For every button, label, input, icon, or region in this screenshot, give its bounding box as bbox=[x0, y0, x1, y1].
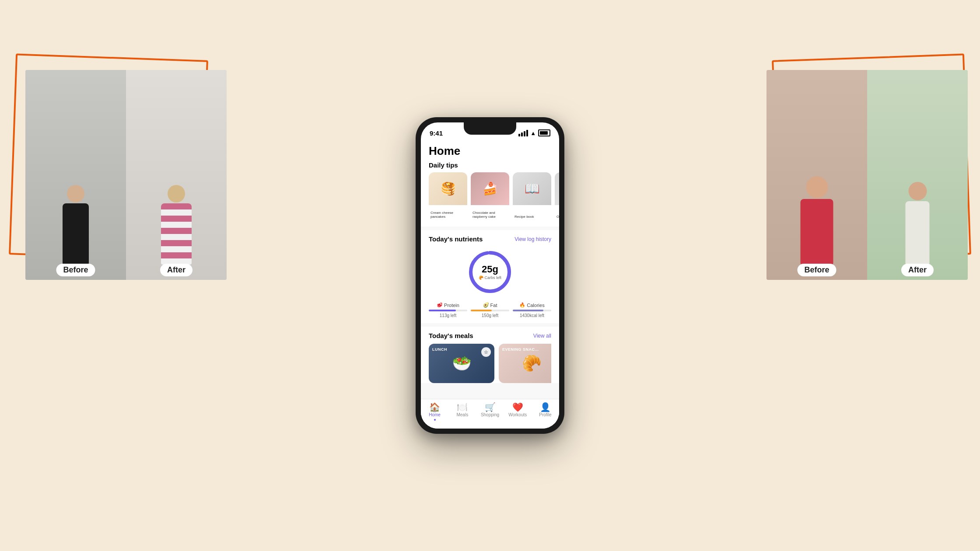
meals-nav-icon: 🍽️ bbox=[457, 403, 468, 412]
right-after-label: After bbox=[901, 264, 934, 276]
protein-bar-fill bbox=[429, 310, 456, 311]
tip-label-2: Chocolate and raspberry cake bbox=[471, 209, 509, 220]
carbs-donut-chart: 25g 🥐 Carbs left bbox=[466, 248, 514, 296]
calories-name: 🔥 Calories bbox=[513, 302, 551, 308]
meal-star-1[interactable]: ☆ bbox=[481, 347, 491, 357]
nav-home[interactable]: 🏠 Home bbox=[421, 403, 448, 422]
app-title: Home bbox=[429, 144, 551, 158]
nav-meals[interactable]: 🍽️ Meals bbox=[448, 403, 476, 422]
app-header: Home bbox=[421, 141, 559, 161]
workouts-nav-label: Workouts bbox=[508, 412, 527, 417]
nav-workouts[interactable]: ❤️ Workouts bbox=[504, 403, 532, 422]
protein-name: 🥩 Protein bbox=[429, 302, 467, 308]
meals-scroll[interactable]: 🥗 LUNCH ☆ 🥐 EVENING SNAC... bbox=[429, 344, 551, 383]
nutrient-bars: 🥩 Protein 113g left 🥑 Fat bbox=[429, 302, 551, 318]
meals-section: Today's meals View all 🥗 LUNCH ☆ 🥐 EVENI… bbox=[421, 327, 559, 383]
fat-bar-fill bbox=[471, 310, 492, 311]
fat-amount: 150g left bbox=[471, 313, 509, 318]
status-icons: ▲ bbox=[518, 129, 550, 136]
shopping-nav-icon: 🛒 bbox=[485, 403, 496, 412]
nutrients-header: Today's nutrients View log history bbox=[429, 235, 551, 243]
left-photo-card: Before After bbox=[25, 70, 227, 280]
fat-nutrient: 🥑 Fat 150g left bbox=[471, 302, 509, 318]
battery-icon bbox=[538, 129, 550, 136]
tip-label-4: Oatmeal bbox=[555, 213, 559, 220]
nav-profile[interactable]: 👤 Profile bbox=[532, 403, 559, 422]
tips-scroll[interactable]: 🥞 Cream cheese pancakes 🍰 Chocolate and … bbox=[421, 172, 559, 220]
meals-header: Today's meals View all bbox=[429, 332, 551, 339]
status-time: 9:41 bbox=[430, 129, 443, 137]
meals-title: Today's meals bbox=[429, 332, 473, 339]
fat-bar-bg bbox=[471, 310, 509, 311]
home-active-indicator bbox=[434, 419, 436, 421]
protein-icon: 🥩 bbox=[437, 302, 443, 308]
left-after-label: After bbox=[160, 264, 192, 276]
phone-screen: 9:41 ▲ Home bbox=[421, 122, 559, 429]
workouts-nav-icon: ❤️ bbox=[512, 403, 523, 412]
view-all-link[interactable]: View all bbox=[533, 333, 551, 339]
donut-container: 25g 🥐 Carbs left bbox=[429, 248, 551, 296]
meal-card-2[interactable]: 🥐 EVENING SNAC... bbox=[499, 344, 551, 383]
right-before-label: Before bbox=[797, 264, 836, 276]
home-nav-icon: 🏠 bbox=[429, 403, 440, 412]
bottom-nav: 🏠 Home 🍽️ Meals 🛒 Shopping ❤️ Work bbox=[421, 399, 559, 429]
signal-icon bbox=[518, 130, 528, 136]
meal-card-1[interactable]: 🥗 LUNCH ☆ bbox=[429, 344, 494, 383]
phone-notch bbox=[464, 122, 516, 135]
left-before-panel: Before bbox=[25, 70, 126, 280]
nutrients-section: Today's nutrients View log history 25g bbox=[421, 230, 559, 323]
calories-amount: 1430kcal left bbox=[513, 313, 551, 318]
left-before-person bbox=[63, 185, 89, 265]
right-before-person bbox=[801, 176, 833, 265]
calories-bar-bg bbox=[513, 310, 551, 311]
tip-card-2[interactable]: 🍰 Chocolate and raspberry cake bbox=[471, 172, 509, 220]
right-photo-card: Before After bbox=[766, 70, 968, 280]
tip-image-4: 🥣 bbox=[555, 172, 559, 205]
nav-shopping[interactable]: 🛒 Shopping bbox=[476, 403, 504, 422]
wifi-icon: ▲ bbox=[530, 130, 536, 136]
shopping-nav-label: Shopping bbox=[481, 412, 499, 417]
tip-image-3: 📖 bbox=[513, 172, 551, 205]
right-after-person bbox=[906, 182, 930, 265]
calories-nutrient: 🔥 Calories 1430kcal left bbox=[513, 302, 551, 318]
tip-label-1: Cream cheese pancakes bbox=[429, 209, 467, 220]
left-after-person bbox=[161, 185, 192, 265]
carbs-value: 25g bbox=[479, 265, 501, 274]
phone: 9:41 ▲ Home bbox=[416, 117, 564, 434]
fat-name: 🥑 Fat bbox=[471, 302, 509, 308]
protein-bar-bg bbox=[429, 310, 467, 311]
nutrients-title: Today's nutrients bbox=[429, 235, 483, 243]
carbs-label: 🥐 Carbs left bbox=[479, 276, 501, 280]
tip-image-1: 🥞 bbox=[429, 172, 467, 205]
protein-nutrient: 🥩 Protein 113g left bbox=[429, 302, 467, 318]
tip-card-3[interactable]: 📖 Recipe book bbox=[513, 172, 551, 220]
protein-amount: 113g left bbox=[429, 313, 467, 318]
tip-card-1[interactable]: 🥞 Cream cheese pancakes bbox=[429, 172, 467, 220]
home-nav-label: Home bbox=[429, 412, 441, 417]
app-content: Home Daily tips 🥞 Cream cheese pancakes … bbox=[421, 141, 559, 429]
right-before-after-container: Before After bbox=[753, 57, 968, 280]
calories-icon: 🔥 bbox=[519, 302, 525, 308]
tip-label-3: Recipe book bbox=[513, 213, 551, 220]
fat-icon: 🥑 bbox=[483, 302, 489, 308]
meals-nav-label: Meals bbox=[456, 412, 468, 417]
tip-image-2: 🍰 bbox=[471, 172, 509, 205]
right-before-panel: Before bbox=[766, 70, 867, 280]
left-after-panel: After bbox=[126, 70, 227, 280]
meal-label-1: LUNCH bbox=[432, 347, 447, 352]
right-after-panel: After bbox=[867, 70, 968, 280]
view-log-link[interactable]: View log history bbox=[514, 236, 551, 242]
left-before-after-container: Before After bbox=[12, 57, 227, 280]
daily-tips-title: Daily tips bbox=[429, 161, 551, 169]
profile-nav-label: Profile bbox=[539, 412, 551, 417]
phone-container: 9:41 ▲ Home bbox=[416, 117, 564, 434]
profile-nav-icon: 👤 bbox=[540, 403, 551, 412]
left-before-label: Before bbox=[56, 264, 95, 276]
calories-bar-fill bbox=[513, 310, 543, 311]
tip-card-4[interactable]: 🥣 Oatmeal bbox=[555, 172, 559, 220]
meal-label-2: EVENING SNAC... bbox=[502, 347, 539, 352]
daily-tips-section: Daily tips 🥞 Cream cheese pancakes 🍰 Cho… bbox=[421, 161, 559, 227]
donut-center: 25g 🥐 Carbs left bbox=[479, 265, 501, 280]
